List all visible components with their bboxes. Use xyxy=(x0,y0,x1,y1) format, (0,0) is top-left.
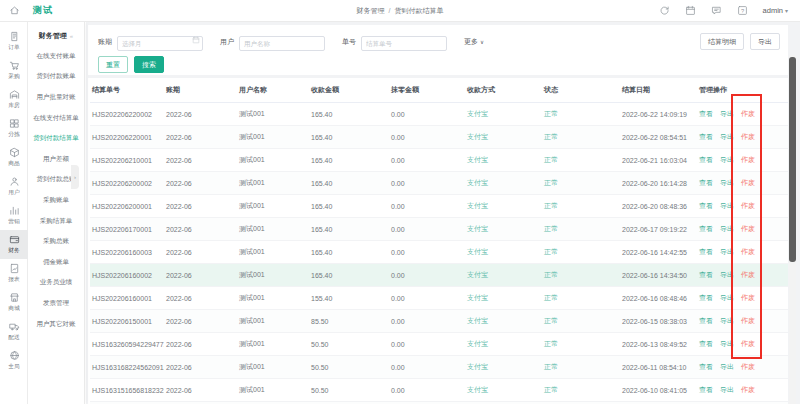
filter-field: 账期 xyxy=(98,32,203,51)
cell-actions: 查看导出作废 xyxy=(697,241,788,264)
export-link[interactable]: 导出 xyxy=(720,179,734,186)
cell-date: 2022-06-11 08:54:10 xyxy=(620,356,697,379)
sidebar-item-10[interactable]: 佣金账单 xyxy=(28,252,84,273)
sidebar-item-8[interactable]: 采购结算单 xyxy=(28,211,84,232)
scrollbar-thumb[interactable] xyxy=(789,57,796,262)
void-link[interactable]: 作废 xyxy=(741,340,755,347)
void-link[interactable]: 作废 xyxy=(741,179,755,186)
void-link[interactable]: 作废 xyxy=(741,202,755,209)
cell-rounding: 0.00 xyxy=(389,218,465,241)
export-link[interactable]: 导出 xyxy=(720,156,734,163)
view-link[interactable]: 查看 xyxy=(699,179,713,186)
more-filters-button[interactable]: 更多 ∨ xyxy=(464,37,484,47)
settle-detail-button[interactable]: 结算明细 xyxy=(700,33,744,50)
scrollbar-track[interactable] xyxy=(789,55,796,404)
export-link[interactable]: 导出 xyxy=(720,294,734,301)
export-link[interactable]: 导出 xyxy=(720,317,734,324)
view-link[interactable]: 查看 xyxy=(699,202,713,209)
calendar-icon[interactable] xyxy=(685,5,696,16)
table-row: HJS2022061700012022-06测试001165.400.00支付宝… xyxy=(90,218,788,241)
view-link[interactable]: 查看 xyxy=(699,156,713,163)
view-link[interactable]: 查看 xyxy=(699,294,713,301)
cell-status: 正常 xyxy=(542,379,620,402)
delivery-icon xyxy=(9,321,20,332)
rail-item-report[interactable]: 报表 xyxy=(0,259,28,288)
cell-actions: 查看导出作废 xyxy=(697,310,788,333)
cell-user: 测试001 xyxy=(237,356,309,379)
cell-date: 2022-06-20 08:48:36 xyxy=(620,195,697,218)
void-link[interactable]: 作废 xyxy=(741,133,755,140)
sidebar-item-0[interactable]: 在线支付账单 xyxy=(28,46,84,67)
cell-amount: 165.40 xyxy=(309,172,389,195)
filter-input-period[interactable] xyxy=(117,36,203,51)
sidebar-item-2[interactable]: 用户批量对账 xyxy=(28,87,84,108)
filter-field: 用户 xyxy=(220,32,325,51)
message-icon[interactable] xyxy=(711,5,722,16)
column-header: 状态 xyxy=(542,78,620,103)
filter-input-user[interactable] xyxy=(239,36,325,51)
cell-status: 正常 xyxy=(542,264,620,287)
cell-method: 支付宝 xyxy=(465,356,542,379)
table-row: HJS2022062200012022-06测试001165.400.00支付宝… xyxy=(90,126,788,149)
export-button[interactable]: 导出 xyxy=(750,33,780,50)
cell-user: 测试001 xyxy=(237,218,309,241)
void-link[interactable]: 作废 xyxy=(741,248,755,255)
export-link[interactable]: 导出 xyxy=(720,110,734,117)
sidebar-item-12[interactable]: 发票管理 xyxy=(28,293,84,314)
view-link[interactable]: 查看 xyxy=(699,110,713,117)
void-link[interactable]: 作废 xyxy=(741,156,755,163)
sidebar-item-11[interactable]: 业务员业绩 xyxy=(28,273,84,294)
void-link[interactable]: 作废 xyxy=(741,386,755,393)
reset-button[interactable]: 重置 xyxy=(98,56,128,73)
export-link[interactable]: 导出 xyxy=(720,202,734,209)
export-link[interactable]: 导出 xyxy=(720,133,734,140)
search-button[interactable]: 搜索 xyxy=(134,56,164,73)
help-icon[interactable] xyxy=(737,5,748,16)
rail-item-mall[interactable]: 商城 xyxy=(0,288,28,317)
export-link[interactable]: 导出 xyxy=(720,271,734,278)
export-link[interactable]: 导出 xyxy=(720,225,734,232)
sidebar-collapse-handle[interactable]: › xyxy=(71,165,79,189)
table-row: HJS163168224562091...2022-06测试00150.500.… xyxy=(90,356,788,379)
sidebar-item-1[interactable]: 货到付款账单 xyxy=(28,67,84,88)
rail-item-global[interactable]: 全局 xyxy=(0,346,28,375)
sidebar-item-13[interactable]: 用户其它对账 xyxy=(28,314,84,335)
rail-item-order[interactable]: 订单 xyxy=(0,27,28,56)
view-link[interactable]: 查看 xyxy=(699,386,713,393)
view-link[interactable]: 查看 xyxy=(699,133,713,140)
topbar: 测试 财务管理/货到付款结算单 admin▾ xyxy=(0,0,800,22)
sidebar-item-7[interactable]: 采购账单 xyxy=(28,190,84,211)
rail-item-sorting[interactable]: 分拣 xyxy=(0,114,28,143)
rail-item-goods[interactable]: 商品 xyxy=(0,143,28,172)
void-link[interactable]: 作废 xyxy=(741,225,755,232)
rail-item-delivery[interactable]: 配送 xyxy=(0,317,28,346)
view-link[interactable]: 查看 xyxy=(699,271,713,278)
collapse-menu-icon[interactable]: « xyxy=(70,33,73,39)
void-link[interactable]: 作废 xyxy=(741,110,755,117)
export-link[interactable]: 导出 xyxy=(720,363,734,370)
export-link[interactable]: 导出 xyxy=(720,340,734,347)
sidebar-item-4[interactable]: 货到付款结算单 xyxy=(28,128,84,149)
view-link[interactable]: 查看 xyxy=(699,225,713,232)
rail-item-purchase[interactable]: 采购 xyxy=(0,56,28,85)
export-link[interactable]: 导出 xyxy=(720,386,734,393)
void-link[interactable]: 作废 xyxy=(741,363,755,370)
user-menu[interactable]: admin▾ xyxy=(763,6,788,15)
void-link[interactable]: 作废 xyxy=(741,317,755,324)
void-link[interactable]: 作废 xyxy=(741,294,755,301)
rail-item-warehouse[interactable]: 库房 xyxy=(0,85,28,114)
breadcrumb-section[interactable]: 财务管理 xyxy=(357,7,385,14)
sidebar-item-3[interactable]: 在线支付结算单 xyxy=(28,108,84,129)
view-link[interactable]: 查看 xyxy=(699,363,713,370)
sidebar-item-9[interactable]: 采购总账 xyxy=(28,231,84,252)
refresh-icon[interactable] xyxy=(659,5,670,16)
rail-item-marketing[interactable]: 营销 xyxy=(0,201,28,230)
export-link[interactable]: 导出 xyxy=(720,248,734,255)
void-link[interactable]: 作废 xyxy=(741,271,755,278)
rail-item-finance[interactable]: 财务 xyxy=(0,230,28,259)
view-link[interactable]: 查看 xyxy=(699,340,713,347)
view-link[interactable]: 查看 xyxy=(699,248,713,255)
filter-input-order_no[interactable] xyxy=(361,36,447,51)
view-link[interactable]: 查看 xyxy=(699,317,713,324)
rail-item-user[interactable]: 用户 xyxy=(0,172,28,201)
